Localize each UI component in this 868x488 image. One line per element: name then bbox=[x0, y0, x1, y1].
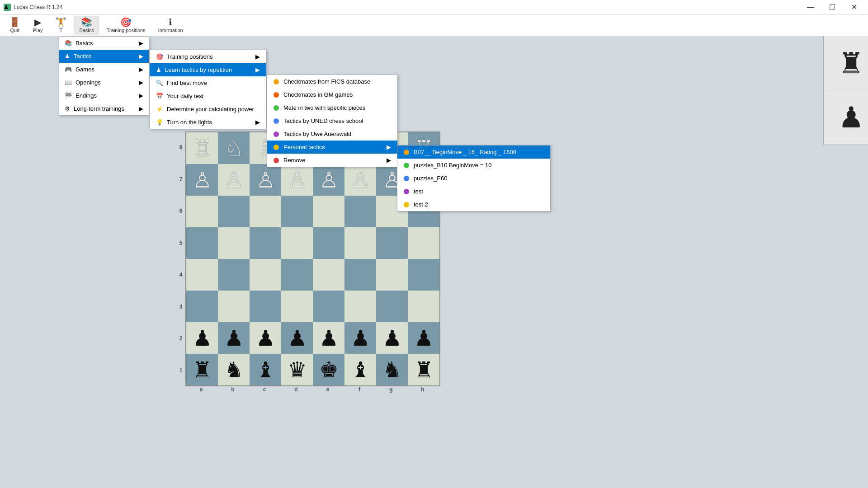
menu-l3-checkmates-fics[interactable]: Checkmates from FICS database bbox=[267, 75, 397, 88]
longterm-icon: ⚙ bbox=[65, 105, 70, 112]
chess-cell-0-0[interactable]: ♖ bbox=[186, 132, 218, 164]
chess-cell-2-1[interactable]: ♙ bbox=[250, 164, 281, 196]
chess-cell-2-6[interactable]: ♟ bbox=[250, 322, 281, 354]
menu-l2: 🎯 Training positions ▶ ♟ Learn tactics b… bbox=[149, 50, 267, 129]
menu-t[interactable]: 🏋 T bbox=[50, 16, 72, 35]
menu-l1-longterm[interactable]: ⚙ Long-term trainings ▶ bbox=[59, 102, 149, 115]
learn-tactics-arrow: ▶ bbox=[255, 66, 260, 73]
menu-l4-test2[interactable]: test 2 bbox=[397, 198, 550, 211]
chess-cell-4-4[interactable] bbox=[313, 259, 344, 291]
chess-cell-4-6[interactable]: ♟ bbox=[313, 322, 344, 354]
t-icon: 🏋 bbox=[55, 18, 66, 27]
calc-power-text: Determine your calculating power bbox=[167, 106, 254, 113]
menu-l4-test[interactable]: test bbox=[397, 185, 550, 198]
chess-cell-3-3[interactable] bbox=[281, 227, 313, 259]
chess-cell-6-3[interactable] bbox=[376, 227, 408, 259]
menu-l2-turn-lights[interactable]: 💡 Turn on the lights ▶ bbox=[150, 116, 266, 129]
chess-cell-5-1[interactable]: ♙ bbox=[344, 164, 376, 196]
chess-cell-1-0[interactable]: ♘ bbox=[218, 132, 250, 164]
menu-l1-basics[interactable]: 📚 Basics ▶ bbox=[59, 37, 149, 50]
chess-cell-4-7[interactable]: ♚ bbox=[313, 354, 344, 385]
menu-training[interactable]: 🎯 Training positions bbox=[101, 16, 151, 35]
menu-l2-calc-power[interactable]: ⚡ Determine your calculating power bbox=[150, 103, 266, 116]
chess-cell-2-7[interactable]: ♝ bbox=[250, 354, 281, 385]
chess-cell-1-5[interactable] bbox=[218, 291, 250, 322]
menu-l2-daily-test[interactable]: 📅 Your daily test bbox=[150, 89, 266, 103]
menu-l3-personal-tactics[interactable]: Personal tactics ▶ bbox=[267, 141, 397, 154]
daily-test-text: Your daily test bbox=[167, 93, 203, 99]
chess-cell-0-3[interactable] bbox=[186, 227, 218, 259]
menu-play[interactable]: ▶ Play bbox=[28, 16, 48, 35]
chess-cell-1-3[interactable] bbox=[218, 227, 250, 259]
chess-cell-5-6[interactable]: ♟ bbox=[344, 322, 376, 354]
chess-cell-0-6[interactable]: ♟ bbox=[186, 322, 218, 354]
test2-dot bbox=[404, 202, 409, 207]
chess-cell-3-1[interactable]: ♙ bbox=[281, 164, 313, 196]
chess-cell-0-2[interactable] bbox=[186, 196, 218, 227]
chess-cell-5-7[interactable]: ♝ bbox=[344, 354, 376, 385]
chess-cell-1-4[interactable] bbox=[218, 259, 250, 291]
menu-quit[interactable]: 🚪 Quit bbox=[4, 16, 26, 35]
chess-cell-5-2[interactable] bbox=[344, 196, 376, 227]
chess-cell-2-5[interactable] bbox=[250, 291, 281, 322]
chess-cell-0-1[interactable]: ♙ bbox=[186, 164, 218, 196]
menu-l2-learn-tactics[interactable]: ♟ Learn tactics by repetition ▶ bbox=[150, 63, 266, 76]
menu-l3-remove[interactable]: Remove ▶ bbox=[267, 154, 397, 167]
chess-cell-4-3[interactable] bbox=[313, 227, 344, 259]
menu-l4-puzzles-b10[interactable]: puzzles_B10 BeginMove = 10 bbox=[397, 159, 550, 172]
menu-l3-tactics-uwe[interactable]: Tactics by Uwe Auerswald bbox=[267, 127, 397, 141]
app-icon: ♟ bbox=[4, 4, 11, 11]
menu-l3-tactics-uned[interactable]: Tactics by UNED chess school bbox=[267, 114, 397, 127]
chess-cell-0-4[interactable] bbox=[186, 259, 218, 291]
chess-cell-6-5[interactable] bbox=[376, 291, 408, 322]
chess-cell-4-1[interactable]: ♙ bbox=[313, 164, 344, 196]
chess-cell-7-4[interactable] bbox=[408, 259, 439, 291]
chess-cell-3-5[interactable] bbox=[281, 291, 313, 322]
endings-icon: 🏁 bbox=[65, 92, 72, 99]
chess-cell-3-4[interactable] bbox=[281, 259, 313, 291]
menu-l1-tactics[interactable]: ♟ Tactics ▶ bbox=[59, 50, 149, 63]
chess-cell-3-6[interactable]: ♟ bbox=[281, 322, 313, 354]
close-button[interactable]: ✕ bbox=[844, 0, 864, 14]
chess-cell-7-7[interactable]: ♜ bbox=[408, 354, 439, 385]
menu-basics[interactable]: 📚 Basics bbox=[74, 16, 99, 35]
menu-l3-checkmates-gm[interactable]: Checkmates in GM games bbox=[267, 88, 397, 101]
menu-l4-b07[interactable]: B07__ BeginMove _ 16_ Rating _ 1600 bbox=[397, 145, 550, 159]
chess-cell-4-5[interactable] bbox=[313, 291, 344, 322]
menu-l1-endings[interactable]: 🏁 Endings ▶ bbox=[59, 89, 149, 102]
chess-cell-0-5[interactable] bbox=[186, 291, 218, 322]
chess-cell-5-4[interactable] bbox=[344, 259, 376, 291]
chess-cell-1-7[interactable]: ♞ bbox=[218, 354, 250, 385]
window-controls: — ☐ ✕ bbox=[800, 0, 864, 14]
chess-cell-6-6[interactable]: ♟ bbox=[376, 322, 408, 354]
chess-cell-6-4[interactable] bbox=[376, 259, 408, 291]
chess-cell-1-1[interactable]: ♙ bbox=[218, 164, 250, 196]
chess-cell-3-7[interactable]: ♛ bbox=[281, 354, 313, 385]
chess-cell-3-2[interactable] bbox=[281, 196, 313, 227]
chess-cell-7-6[interactable]: ♟ bbox=[408, 322, 439, 354]
basics-arrow: ▶ bbox=[139, 40, 143, 47]
chess-cell-2-3[interactable] bbox=[250, 227, 281, 259]
chess-cell-2-4[interactable] bbox=[250, 259, 281, 291]
menu-l1-games[interactable]: 🎮 Games ▶ bbox=[59, 63, 149, 76]
menu-l1-openings[interactable]: 📖 Openings ▶ bbox=[59, 76, 149, 89]
chess-cell-1-6[interactable]: ♟ bbox=[218, 322, 250, 354]
basics-text: Basics bbox=[75, 40, 93, 47]
maximize-button[interactable]: ☐ bbox=[822, 0, 843, 14]
menu-l3-mate-two[interactable]: Mate in two with specific pieces bbox=[267, 101, 397, 114]
chess-cell-7-5[interactable] bbox=[408, 291, 439, 322]
minimize-button[interactable]: — bbox=[800, 0, 821, 14]
chess-cell-5-5[interactable] bbox=[344, 291, 376, 322]
chess-cell-7-3[interactable] bbox=[408, 227, 439, 259]
menu-l2-find-best[interactable]: 🔍 Find best move bbox=[150, 76, 266, 89]
chess-cell-2-2[interactable] bbox=[250, 196, 281, 227]
chess-cell-4-2[interactable] bbox=[313, 196, 344, 227]
chess-cell-5-3[interactable] bbox=[344, 227, 376, 259]
menu-l2-training-positions[interactable]: 🎯 Training positions ▶ bbox=[150, 50, 266, 63]
chess-cell-0-7[interactable]: ♜ bbox=[186, 354, 218, 385]
puzzles-e60-dot bbox=[404, 176, 409, 181]
menu-information[interactable]: ℹ Information bbox=[153, 16, 189, 35]
chess-cell-6-7[interactable]: ♞ bbox=[376, 354, 408, 385]
menu-l4-puzzles-e60[interactable]: puzzles_E60 bbox=[397, 172, 550, 185]
chess-cell-1-2[interactable] bbox=[218, 196, 250, 227]
